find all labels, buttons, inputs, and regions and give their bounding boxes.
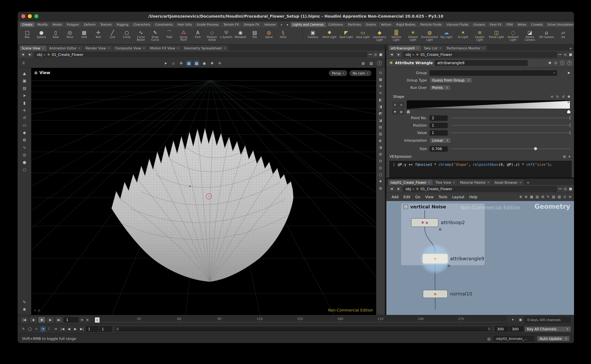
scene-tool-icon[interactable]: ✎	[18, 299, 31, 306]
shelf-tool-button[interactable]: ▯ Tube	[48, 28, 63, 44]
ramp-tool-icon[interactable]: ↻	[556, 95, 559, 99]
shelf-tool-button[interactable]: ◍ Environment Light	[421, 28, 438, 44]
node-normal10[interactable]: ◆	[423, 290, 448, 298]
network-tab[interactable]: Tree View×	[433, 180, 457, 185]
pane-divider-horizontal[interactable]	[386, 177, 574, 179]
shelf-tab[interactable]: Grains	[364, 22, 378, 27]
network-canvas[interactable]: Non-Commercial Edition Geometry − vertic…	[386, 201, 574, 315]
network-menu-item[interactable]: Help	[467, 194, 479, 200]
shelf-tab[interactable]: Characters	[131, 22, 152, 27]
shelf-tool-button[interactable]: ● Sphere	[34, 28, 48, 44]
viewport-option-icon[interactable]: ◪	[377, 117, 384, 123]
viewport-option-icon[interactable]: ⊟	[377, 158, 384, 164]
network-toolbar-icon[interactable]: ⊕	[519, 195, 522, 199]
shelf-tool-button[interactable]: ✶ GI Light	[455, 28, 471, 44]
shelf-tool-button[interactable]: ◪ Stereo Camera	[521, 28, 538, 44]
shelf-tab[interactable]: Model	[51, 22, 64, 27]
interpolation-select[interactable]: Linear ⇕	[430, 138, 451, 143]
shelf-tab[interactable]: Drive Simulation	[545, 22, 574, 27]
key-all-channels-select[interactable]: Key All Channels ⇕	[524, 326, 571, 332]
scene-tool-icon[interactable]: ↺	[18, 114, 31, 121]
path-bar-icon[interactable]: ⊶	[558, 52, 562, 57]
shelf-tool-button[interactable]: ◫ Portal Light	[488, 28, 505, 44]
close-icon[interactable]: ×	[487, 181, 490, 184]
shelf-tool-button[interactable]: ◤ Spot Light	[338, 28, 355, 44]
group-select-arrow-icon[interactable]: ➤	[567, 71, 570, 75]
shelf-tool-button[interactable]: ⁂ Spray Paint	[176, 28, 191, 44]
pane-tab[interactable]: Composite View×	[113, 46, 147, 51]
position-input[interactable]: 1	[430, 123, 448, 128]
viewport-tool-icon[interactable]: ◉	[201, 60, 207, 66]
current-frame-marker[interactable]: 1	[95, 317, 100, 323]
shelf-tab[interactable]: Rigging	[114, 22, 131, 27]
close-icon[interactable]: ×	[78, 46, 81, 50]
scene-tool-icon[interactable]: ✿	[18, 136, 31, 143]
playback-option-icon[interactable]: ◔	[40, 326, 46, 332]
shelf-tab[interactable]: Texture	[98, 22, 114, 27]
ramp-point-marker[interactable]	[568, 101, 569, 103]
playback-option-icon[interactable]: ◀	[66, 326, 72, 332]
ramp-tool-icon[interactable]: ✽	[568, 95, 570, 99]
pane-divider[interactable]	[385, 51, 386, 315]
viewport-tool-icon[interactable]: ▩	[194, 60, 199, 66]
network-toolbar-icon[interactable]: ▤	[536, 195, 539, 199]
network-menu-item[interactable]: Layout	[450, 194, 466, 200]
back-button[interactable]: ◀	[389, 186, 394, 191]
close-icon[interactable]: ×	[482, 46, 485, 50]
path-bar-icon[interactable]: ◎	[564, 187, 567, 191]
auto-update-select[interactable]: Auto Update ⇕	[537, 336, 570, 341]
viewport-tool-icon[interactable]: ◍	[360, 60, 366, 66]
network-toolbar-icon[interactable]: ✎	[547, 195, 550, 199]
node-header-icon[interactable]: ⊙	[554, 61, 557, 65]
viewport-option-icon[interactable]: ◧	[377, 97, 384, 103]
playback-option-icon[interactable]: ▶	[73, 326, 78, 332]
ramp-collapse-icon[interactable]: ▼	[393, 109, 397, 114]
playback-range-slider[interactable]	[116, 327, 491, 331]
shelf-tab[interactable]: Guide Process	[195, 22, 221, 27]
viewport-tool-icon[interactable]: ▦	[186, 60, 192, 66]
shelf-tool-button[interactable]: ▤ File	[248, 28, 262, 44]
shelf-tool-button[interactable]: ◍ Spiral	[262, 28, 276, 44]
add-shelf-tab-button[interactable]: +	[278, 23, 284, 27]
point-no-slider[interactable]	[451, 118, 570, 118]
shelf-overflow-icon[interactable]: ▾	[285, 23, 290, 27]
persp-button[interactable]: Persp ▾	[329, 70, 347, 76]
node-header-icon[interactable]: i	[560, 61, 564, 65]
shelf-tool-button[interactable]: Ψ L-System	[219, 28, 233, 44]
group-input[interactable]: ▾	[430, 70, 557, 76]
playbar-option-icon[interactable]: ▾	[510, 317, 516, 323]
shelf-tool-button[interactable]: ◉ Metaball	[233, 28, 248, 44]
ramp-edit-icon[interactable]: ⊞	[399, 109, 404, 114]
pane-tab[interactable]: Take List×	[422, 46, 444, 51]
shelf-tool-button[interactable]: ○ Circle	[120, 28, 134, 44]
pane-tab[interactable]: Motion FX View×	[148, 46, 181, 51]
shelf-tool-button[interactable]: ╱ Line	[105, 28, 120, 44]
shelf-tool-button[interactable]: ∿ Curve Bezier	[134, 28, 148, 44]
current-frame-input[interactable]: 1	[64, 317, 78, 322]
network-path-field[interactable]: obj ▸ ❀ 01_Create_Flower	[403, 186, 557, 192]
pane-tab[interactable]: Geometry Spreadsheet×	[182, 46, 228, 51]
viewport-option-icon[interactable]: ◑	[377, 144, 384, 150]
path-bar-icon[interactable]: ■	[379, 52, 382, 57]
run-over-select[interactable]: Points ⇕	[430, 85, 451, 91]
scene-tool-icon[interactable]: ∿	[18, 144, 31, 151]
network-toolbar-icon[interactable]: ▨	[552, 195, 555, 199]
shelf-tab[interactable]: Simple FX	[242, 22, 262, 27]
shelf-tool-button[interactable]: ◆ Geometry Light	[371, 28, 388, 44]
chevron-down-icon[interactable]: ▾	[554, 72, 555, 74]
pane-tab[interactable]: Render View×	[83, 46, 112, 51]
playback-option-icon[interactable]: ◯	[27, 326, 33, 332]
viewport-tool-icon[interactable]: ▧	[369, 60, 374, 66]
scene-tool-icon[interactable]: ○	[18, 166, 31, 173]
vex-menu-icon[interactable]: ▾	[569, 155, 570, 159]
scene-tool-icon[interactable]: ●	[18, 159, 31, 166]
network-toolbar-icon[interactable]: ⊞	[541, 195, 544, 199]
shelf-tool-button[interactable]: ◎ Torus	[63, 28, 77, 44]
shelf-tab[interactable]: Vellum	[379, 22, 394, 27]
viewport-tool-icon[interactable]: ❖	[209, 60, 215, 66]
size-slider-knob[interactable]	[534, 147, 537, 150]
shelf-tab[interactable]: Rigid Bodies	[394, 22, 418, 27]
viewport-option-icon[interactable]: ◩	[377, 110, 384, 116]
path-bar-icon[interactable]: ⊶	[558, 187, 562, 191]
point-no-input[interactable]: 2	[430, 115, 448, 121]
